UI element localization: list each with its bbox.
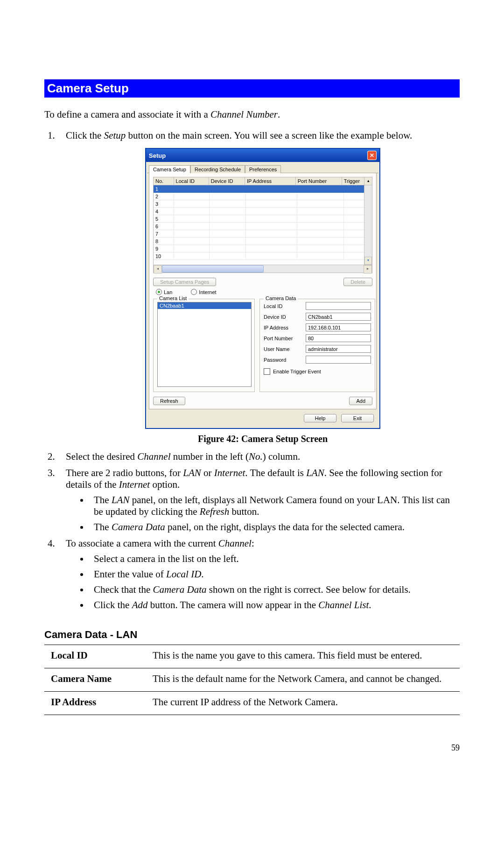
tab-recording-schedule[interactable]: Recording Schedule <box>190 165 245 173</box>
cell <box>297 223 344 230</box>
cell <box>246 200 297 208</box>
trigger-checkbox-row[interactable]: Enable Trigger Event <box>264 368 371 375</box>
cell <box>210 208 246 215</box>
col-local-id[interactable]: Local ID <box>174 177 209 185</box>
cell: 5 <box>154 215 174 223</box>
cell <box>297 230 344 238</box>
cell <box>210 215 246 223</box>
text: option. <box>150 479 180 490</box>
text-italic: Internet <box>214 467 245 478</box>
checkbox-icon[interactable] <box>264 368 270 375</box>
setup-camera-pages-button[interactable]: Setup Camera Pages <box>153 278 216 286</box>
section-heading: Camera Setup <box>44 79 460 98</box>
tab-content: No. Local ID Device ID IP Address Port N… <box>149 173 377 409</box>
exit-button[interactable]: Exit <box>341 414 374 422</box>
text-italic: Channel List <box>318 599 369 610</box>
scroll-thumb[interactable] <box>162 265 264 273</box>
cell <box>210 245 246 253</box>
scroll-down-icon[interactable]: ▾ <box>364 257 372 265</box>
panels: Camera List CN2baab1 Camera Data Local I… <box>153 299 372 392</box>
refresh-button[interactable]: Refresh <box>153 397 185 405</box>
help-button[interactable]: Help <box>304 414 336 422</box>
input-ip-address[interactable] <box>306 323 371 331</box>
list-item[interactable]: CN2baab1 <box>158 302 251 309</box>
vertical-scrollbar[interactable]: ▾ <box>364 185 372 265</box>
text: . <box>201 568 203 580</box>
add-button[interactable]: Add <box>349 397 372 405</box>
grid-row[interactable]: 5 <box>154 215 372 223</box>
input-port-number[interactable] <box>306 334 371 342</box>
cell <box>344 193 366 200</box>
cell <box>174 193 210 200</box>
cell <box>297 238 344 245</box>
text-italic: LAN <box>183 467 201 478</box>
input-user-name[interactable] <box>306 345 371 353</box>
cell: 3 <box>154 200 174 208</box>
table-value: This is the name you gave to this camera… <box>146 645 460 668</box>
text: . <box>369 599 371 610</box>
cell <box>210 223 246 230</box>
close-icon[interactable]: ✕ <box>367 151 377 160</box>
col-trigger[interactable]: Trigger <box>342 177 364 185</box>
cell <box>174 215 210 223</box>
input-device-id[interactable] <box>306 313 371 321</box>
input-password[interactable] <box>306 356 371 364</box>
cell <box>210 185 246 193</box>
text: The <box>94 494 112 505</box>
col-port-number[interactable]: Port Number <box>296 177 342 185</box>
page-number: 59 <box>44 743 460 753</box>
input-local-id[interactable] <box>306 302 371 310</box>
radio-lan[interactable]: Lan <box>156 289 172 295</box>
cell: 8 <box>154 238 174 245</box>
dialog-footer: Help Exit <box>147 411 378 427</box>
cell <box>344 200 366 208</box>
col-ip-address[interactable]: IP Address <box>245 177 296 185</box>
checkbox-label: Enable Trigger Event <box>273 369 321 374</box>
figure-caption: Figure 42: Camera Setup Screen <box>66 434 460 444</box>
text: Enter the value of <box>94 568 166 580</box>
cell <box>174 245 210 253</box>
bullet: Click the Add button. The camera will no… <box>89 599 460 611</box>
cell: 4 <box>154 208 174 215</box>
text-italic: Internet <box>119 479 150 490</box>
titlebar[interactable]: Setup ✕ <box>146 149 379 162</box>
cell <box>297 215 344 223</box>
radio-internet[interactable]: Internet <box>191 289 216 295</box>
text-italic: Add <box>132 599 148 610</box>
grid-row[interactable]: 1 <box>154 185 372 193</box>
camera-listbox[interactable]: CN2baab1 <box>157 302 252 387</box>
radio-label: Internet <box>199 289 216 295</box>
table-label: Local ID <box>44 645 146 668</box>
scroll-right-icon[interactable]: ▸ <box>364 265 372 274</box>
label-ip-address: IP Address <box>264 325 306 330</box>
grid-row[interactable]: 3 <box>154 200 372 208</box>
text: Click the <box>66 130 104 141</box>
text: Check that the <box>94 584 153 595</box>
grid-row[interactable]: 7 <box>154 230 372 238</box>
horizontal-scrollbar[interactable]: ◂ ▸ <box>154 265 372 273</box>
grid-header: No. Local ID Device ID IP Address Port N… <box>154 177 372 185</box>
text: There are 2 radio buttons, for <box>66 467 183 478</box>
grid-row[interactable]: 8 <box>154 238 372 245</box>
tab-preferences[interactable]: Preferences <box>245 165 281 173</box>
channel-grid[interactable]: No. Local ID Device ID IP Address Port N… <box>153 177 372 273</box>
grid-row[interactable]: 6 <box>154 223 372 230</box>
grid-row[interactable]: 2 <box>154 193 372 200</box>
form-row: User Name <box>264 345 371 353</box>
col-device-id[interactable]: Device ID <box>209 177 245 185</box>
grid-row[interactable]: 9 <box>154 245 372 253</box>
col-no[interactable]: No. <box>154 177 174 185</box>
radio-icon <box>191 289 197 295</box>
connection-radio-group: Lan Internet <box>156 289 372 295</box>
scroll-up-icon[interactable]: ▴ <box>364 177 372 185</box>
scroll-left-icon[interactable]: ◂ <box>154 265 162 274</box>
text: shown on the right is correct. See below… <box>206 584 410 595</box>
cell <box>246 238 297 245</box>
cell <box>174 238 210 245</box>
cell <box>246 253 297 260</box>
delete-button[interactable]: Delete <box>343 278 372 286</box>
grid-row[interactable]: 10 <box>154 253 372 260</box>
tab-camera-setup[interactable]: Camera Setup <box>149 165 190 173</box>
grid-row[interactable]: 4 <box>154 208 372 215</box>
scroll-track[interactable] <box>162 265 364 273</box>
